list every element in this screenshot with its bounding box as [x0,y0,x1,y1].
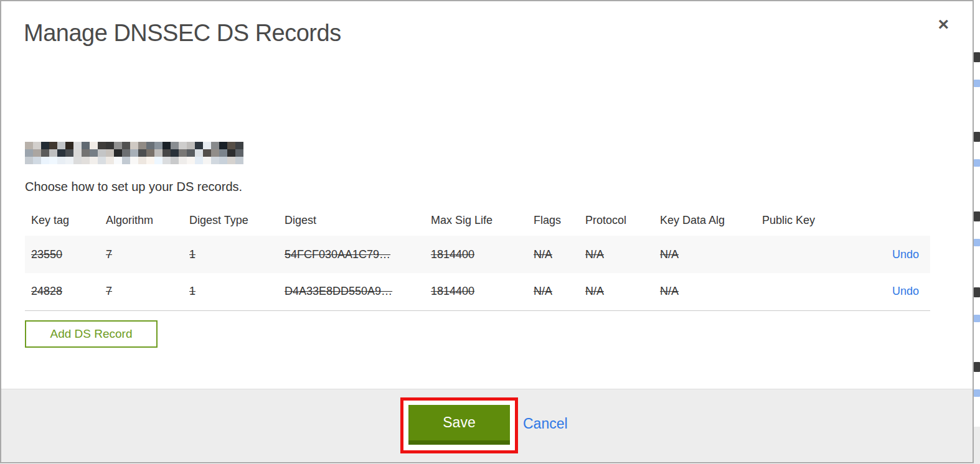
close-icon[interactable]: × [938,15,949,34]
cell-max-sig-life: 1814400 [425,273,527,310]
cut-off-text-fragment [974,287,980,297]
cut-off-text-fragment [974,132,980,142]
col-header-algorithm: Algorithm [100,208,183,236]
cell-key-data-alg: N/A [654,236,756,273]
cut-off-text-fragment [974,362,980,372]
page-title: Manage DNSSEC DS Records [24,20,341,47]
red-annotation-rectangle: Save [400,397,518,453]
subtitle: Choose how to set up your DS records. [25,180,242,194]
cancel-link[interactable]: Cancel [523,415,568,432]
cell-protocol: N/A [579,273,654,310]
table-header-row: Key tag Algorithm Digest Type Digest Max… [25,208,930,236]
cut-off-link-fragment [974,315,980,322]
col-header-digest: Digest [278,208,425,236]
undo-link[interactable]: Undo [892,248,919,261]
col-header-digest-type: Digest Type [183,208,278,236]
col-header-max-sig-life: Max Sig Life [425,208,527,236]
cut-off-text-fragment [974,52,980,62]
cell-flags: N/A [527,273,579,310]
manage-dnssec-modal: Manage DNSSEC DS Records × Choose how to… [0,0,974,463]
cell-key-tag: 23550 [25,236,100,273]
cell-actions: Undo [880,273,930,310]
col-header-actions [880,208,930,236]
undo-link[interactable]: Undo [892,285,919,297]
cell-digest-type: 1 [183,273,278,310]
col-header-key-data-alg: Key Data Alg [654,208,756,236]
cell-digest-type: 1 [183,236,278,273]
cell-protocol: N/A [579,236,654,273]
cell-key-tag: 24828 [25,273,100,310]
save-button[interactable]: Save [408,405,510,445]
cell-max-sig-life: 1814400 [425,236,527,273]
table-row: 24828 7 1 D4A33E8DD550A9… 1814400 N/A N/… [25,273,930,310]
ds-records-table: Key tag Algorithm Digest Type Digest Max… [25,208,930,311]
add-ds-record-button[interactable]: Add DS Record [25,320,158,348]
cut-off-text-fragment [974,211,980,221]
cell-public-key [756,236,880,273]
cell-public-key [756,273,880,310]
modal-footer: Save Cancel [1,389,973,462]
cell-key-data-alg: N/A [654,273,756,310]
screen: Manage DNSSEC DS Records × Choose how to… [0,0,980,464]
cut-off-link-fragment [974,239,980,246]
col-header-protocol: Protocol [579,208,654,236]
col-header-public-key: Public Key [756,208,880,236]
redacted-domain-name [25,142,248,164]
cell-digest: 54FCF030AA1C79… [278,236,425,273]
cell-actions: Undo [880,236,930,273]
cut-off-link-fragment [974,159,980,167]
cell-digest: D4A33E8DD550A9… [278,273,425,310]
cell-flags: N/A [527,236,579,273]
cell-algorithm: 7 [100,236,183,273]
cell-algorithm: 7 [100,273,183,310]
background-page-sliver [974,0,980,464]
col-header-flags: Flags [527,208,579,236]
cut-off-link-fragment [974,389,980,397]
table-row: 23550 7 1 54FCF030AA1C79… 1814400 N/A N/… [25,236,930,273]
col-header-key-tag: Key tag [25,208,100,236]
cut-off-link-fragment [974,80,980,87]
background-footer-sliver [974,427,980,464]
